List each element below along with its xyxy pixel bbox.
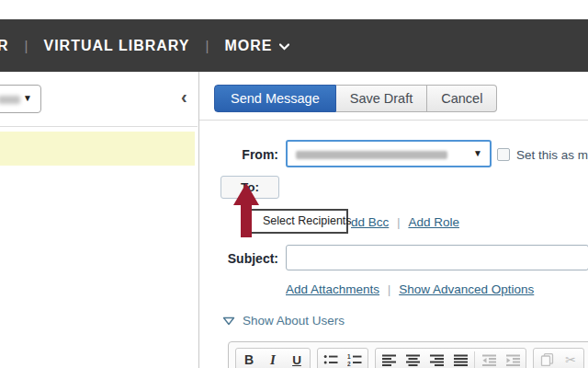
sidebar-divider — [0, 126, 198, 127]
indent-button — [501, 349, 525, 368]
indent-icon — [506, 354, 520, 366]
send-message-button[interactable]: Send Message — [214, 85, 336, 112]
bcc-links-row: dd Bcc | Add Role — [351, 215, 459, 229]
message-body-editor: B I U 1 2 — [228, 341, 588, 368]
caret-down-icon: ▼ — [473, 148, 482, 158]
bold-button[interactable]: B — [237, 349, 261, 368]
from-label: From: — [211, 147, 278, 162]
add-role-link[interactable]: Add Role — [408, 215, 459, 229]
save-draft-button[interactable]: Save Draft — [336, 85, 428, 112]
justify-icon — [454, 354, 468, 366]
cut-icon: ✂ — [565, 352, 576, 367]
main-divider — [199, 120, 588, 121]
numbered-list-button[interactable]: 1 2 — [343, 349, 367, 368]
bold-icon: B — [244, 352, 254, 367]
cut-button: ✂ — [559, 349, 582, 368]
align-right-icon — [430, 354, 444, 366]
set-default-label: Set this as my c — [516, 148, 588, 162]
nav-more-label: MORE — [224, 38, 272, 54]
align-left-icon — [382, 354, 396, 366]
nav-item-virtual-library[interactable]: VIRTUAL LIBRARY — [43, 38, 189, 54]
toolbar-separator — [474, 351, 475, 368]
underline-icon: U — [292, 353, 301, 367]
format-group: B I U — [235, 348, 311, 368]
sidebar-select[interactable]: ▼ — [0, 85, 41, 113]
svg-text:2: 2 — [347, 361, 351, 367]
svg-text:1: 1 — [347, 353, 351, 360]
from-select[interactable]: ▼ — [286, 140, 492, 167]
italic-button[interactable]: I — [261, 349, 285, 368]
collapse-sidebar-chevron-icon[interactable]: ‹ — [181, 86, 194, 107]
nav-separator: | — [25, 38, 28, 53]
copy-button — [535, 349, 559, 368]
add-bcc-link[interactable]: dd Bcc — [351, 215, 389, 229]
caret-down-icon: ▼ — [23, 93, 32, 103]
italic-icon: I — [270, 352, 276, 368]
attachment-links-row: Add Attachments | Show Advanced Options — [286, 282, 534, 296]
set-default-checkbox[interactable] — [497, 148, 510, 161]
outdent-icon — [482, 354, 496, 366]
align-right-button[interactable] — [424, 349, 448, 368]
chevron-down-icon — [279, 43, 289, 51]
align-center-button[interactable] — [401, 349, 424, 368]
clipboard-group: ✂ — [533, 348, 584, 368]
editor-toolbar: B I U 1 2 — [229, 342, 588, 368]
annotation-arrow-stem — [241, 203, 252, 237]
bulleted-list-button[interactable] — [319, 349, 343, 368]
add-attachments-link[interactable]: Add Attachments — [286, 282, 379, 296]
outdent-button — [477, 349, 501, 368]
align-left-button[interactable] — [377, 349, 401, 368]
align-group — [375, 348, 526, 368]
list-group: 1 2 — [317, 348, 368, 368]
subject-label: Subject: — [211, 251, 278, 266]
nav-separator: | — [205, 38, 209, 53]
triangle-down-icon — [222, 316, 235, 326]
cancel-button[interactable]: Cancel — [427, 85, 497, 112]
underline-button[interactable]: U — [285, 349, 309, 368]
message-actions: Send Message Save Draft Cancel — [214, 85, 497, 112]
numbered-list-icon: 1 2 — [347, 353, 362, 366]
show-about-users-toggle[interactable]: Show About Users — [222, 314, 345, 328]
panel-divider — [198, 72, 199, 368]
nav-item-partial[interactable]: R — [0, 38, 9, 54]
redacted-text — [0, 96, 20, 104]
align-center-icon — [406, 354, 420, 366]
show-advanced-options-link[interactable]: Show Advanced Options — [399, 282, 534, 296]
top-nav: R | VIRTUAL LIBRARY | MORE — [0, 19, 588, 72]
nav-item-more[interactable]: MORE — [224, 38, 289, 54]
subject-input[interactable] — [286, 245, 588, 270]
browser-strip — [0, 0, 588, 19]
redacted-sender-text — [296, 151, 447, 159]
show-about-users-label: Show About Users — [243, 314, 345, 328]
justify-button[interactable] — [448, 349, 472, 368]
sidebar-highlight-row[interactable] — [0, 132, 195, 166]
link-separator: | — [388, 283, 390, 296]
select-recipients-tooltip: Select Recipients — [249, 209, 348, 234]
link-separator: | — [397, 216, 400, 229]
bulleted-list-icon — [323, 353, 338, 366]
copy-icon — [540, 353, 554, 366]
annotation-arrow-icon — [233, 183, 259, 205]
